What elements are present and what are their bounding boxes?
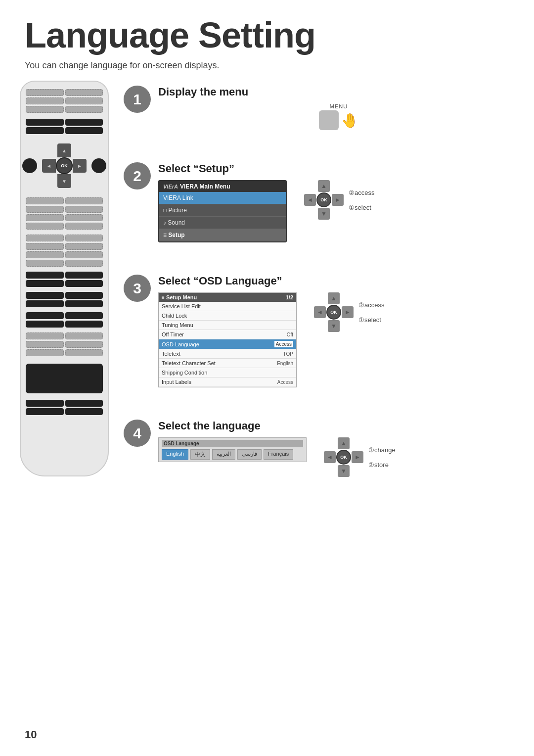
setup-menu-row-shipping[interactable]: Shipping Condition (159, 368, 296, 378)
osd-lang-farsi[interactable]: فارسی (237, 449, 262, 460)
remote-btn[interactable] (65, 272, 103, 279)
remote-btn[interactable] (26, 312, 64, 319)
remote-btn[interactable] (65, 280, 103, 287)
remote-btn[interactable] (65, 89, 103, 96)
remote-dpad[interactable]: ▲ ▼ ◄ ► OK (42, 143, 87, 188)
setup-menu-title: ≡ Setup Menu (162, 294, 197, 300)
remote-btn[interactable] (26, 214, 64, 221)
ok-down-3[interactable]: ▼ (328, 320, 340, 332)
step-3-number: 3 (124, 275, 151, 302)
remote-btn[interactable] (65, 223, 103, 230)
ok-right-4[interactable]: ► (352, 451, 363, 463)
remote-btn[interactable] (65, 235, 103, 241)
setup-menu-row[interactable]: Teletext TOP (159, 349, 296, 359)
remote-btn[interactable] (26, 97, 64, 104)
remote-btn[interactable] (26, 400, 64, 407)
setup-menu-row[interactable]: Input Labels Access (159, 378, 296, 387)
remote-btn[interactable] (65, 321, 103, 328)
setup-menu-row[interactable]: Teletext Character Set English (159, 359, 296, 368)
remote-control: ▲ ▼ ◄ ► OK (15, 81, 114, 494)
remote-btn[interactable] (26, 127, 64, 134)
step-2-info: Select “Setup” VIErA VIERA Main Menu VIE… (158, 162, 519, 242)
ok-down[interactable]: ▼ (318, 208, 330, 220)
menu-key-button[interactable] (319, 110, 339, 130)
ok-center[interactable]: OK (316, 192, 331, 207)
remote-btn[interactable] (65, 332, 103, 339)
remote-btn[interactable] (26, 332, 64, 339)
row-value: Access (274, 341, 293, 347)
remote-round-btn[interactable] (22, 158, 37, 173)
viera-sound-item[interactable]: ♪ Sound (159, 217, 286, 229)
ok-left[interactable]: ◄ (304, 194, 316, 206)
ok-down-4[interactable]: ▼ (338, 465, 350, 477)
remote-btn[interactable] (26, 292, 64, 299)
viera-link-item[interactable]: VIERA Link (159, 192, 286, 204)
remote-btn[interactable] (65, 408, 103, 415)
remote-btn[interactable] (26, 300, 64, 307)
remote-btn[interactable] (26, 321, 64, 328)
setup-menu-row[interactable]: Child Lock (159, 311, 296, 321)
remote-btn[interactable] (65, 97, 103, 104)
step-2-select-label: ①select (349, 204, 374, 211)
setup-menu-row[interactable]: Tuning Menu (159, 321, 296, 330)
osd-lang-arabic[interactable]: العربية (212, 449, 235, 460)
remote-btn[interactable] (65, 119, 103, 126)
remote-btn[interactable] (65, 127, 103, 134)
remote-btn[interactable] (26, 251, 64, 258)
step-4-change-label: ①change (368, 446, 396, 454)
ok-up-4[interactable]: ▲ (338, 437, 350, 449)
setup-menu-row-osd[interactable]: OSD Language Access (159, 339, 296, 349)
remote-btn[interactable] (65, 197, 103, 204)
ok-left-4[interactable]: ◄ (324, 451, 336, 463)
remote-btn[interactable] (26, 197, 64, 204)
remote-btn[interactable] (65, 243, 103, 250)
osd-lang-chinese[interactable]: 中文 (190, 449, 210, 460)
osd-lang-english[interactable]: English (162, 449, 188, 460)
remote-btn[interactable] (26, 341, 64, 348)
remote-btn[interactable] (65, 214, 103, 221)
remote-btn[interactable] (65, 206, 103, 213)
remote-btn[interactable] (65, 260, 103, 267)
viera-setup-item[interactable]: ≡ Setup (159, 229, 286, 241)
row-label: Input Labels (162, 379, 191, 385)
ok-center-3[interactable]: OK (326, 305, 341, 320)
ok-center-4[interactable]: OK (336, 450, 351, 465)
remote-btn[interactable] (26, 243, 64, 250)
remote-btn[interactable] (26, 260, 64, 267)
remote-btn[interactable] (65, 341, 103, 348)
remote-btn[interactable] (65, 349, 103, 356)
ok-right-3[interactable]: ► (342, 306, 354, 318)
ok-dpad-4: ▲ ▼ ◄ ► OK (324, 437, 363, 477)
remote-btn[interactable] (26, 408, 64, 415)
osd-lang-french[interactable]: Français (264, 449, 293, 460)
ok-up[interactable]: ▲ (318, 180, 330, 192)
remote-btn[interactable] (65, 312, 103, 319)
remote-btn[interactable] (26, 89, 64, 96)
remote-btn[interactable] (26, 223, 64, 230)
ok-right[interactable]: ► (332, 194, 344, 206)
remote-ok-btn[interactable]: OK (56, 157, 73, 174)
remote-btn[interactable] (26, 235, 64, 241)
viera-picture-item[interactable]: □ Picture (159, 204, 286, 217)
row-label: Shipping Condition (162, 370, 207, 376)
remote-btn[interactable] (26, 106, 64, 113)
setup-menu-row[interactable]: Off Timer Off (159, 330, 296, 339)
ok-up-3[interactable]: ▲ (328, 292, 340, 304)
remote-btn[interactable] (65, 251, 103, 258)
remote-btn[interactable] (26, 349, 64, 356)
remote-round-btn[interactable] (91, 158, 106, 173)
remote-btn[interactable] (65, 300, 103, 307)
remote-btn[interactable] (65, 292, 103, 299)
remote-btn[interactable] (26, 272, 64, 279)
remote-btn[interactable] (26, 206, 64, 213)
ok-dpad: ▲ ▼ ◄ ► OK (304, 180, 344, 220)
remote-btn[interactable] (65, 106, 103, 113)
setup-menu-row[interactable]: Service List Edit (159, 302, 296, 311)
row-label: Teletext (162, 351, 180, 357)
remote-large-btn[interactable] (26, 364, 103, 393)
remote-btn[interactable] (26, 119, 64, 126)
remote-btn[interactable] (65, 400, 103, 407)
row-label: Teletext Character Set (162, 360, 216, 366)
remote-btn[interactable] (26, 280, 64, 287)
ok-left-3[interactable]: ◄ (314, 306, 326, 318)
